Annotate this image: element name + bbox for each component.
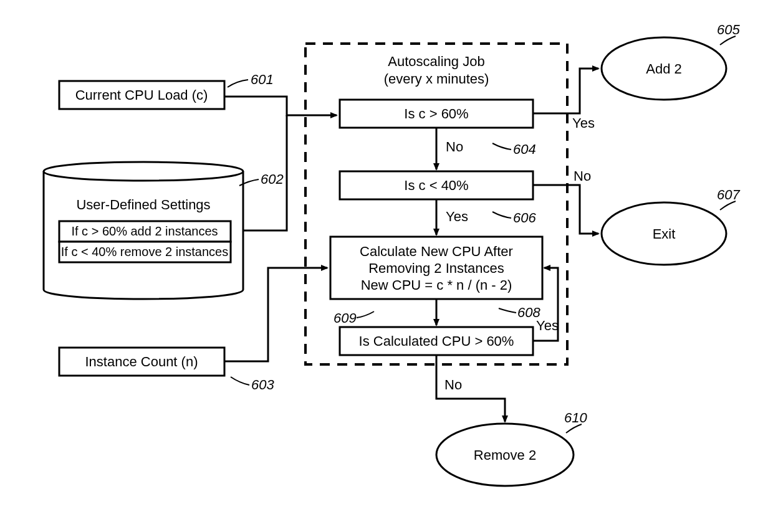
input-instance-count: Instance Count (n) bbox=[59, 348, 224, 376]
ref-601: 601 bbox=[251, 72, 274, 87]
cpu-load-label: Current CPU Load (c) bbox=[75, 87, 208, 103]
decision-c-gt-60: Is c > 60% bbox=[340, 100, 533, 128]
d3-no-label: No bbox=[444, 377, 462, 392]
calc-line1: Calculate New CPU After bbox=[360, 244, 513, 259]
calc-line3: New CPU = c * n / (n - 2) bbox=[361, 277, 512, 293]
outcome-add: Add 2 bbox=[602, 37, 726, 100]
d2-yes-label: Yes bbox=[446, 209, 468, 224]
input-user-settings: User-Defined Settings If c > 60% add 2 i… bbox=[44, 162, 243, 299]
ref-602: 602 bbox=[261, 171, 284, 187]
settings-title: User-Defined Settings bbox=[76, 197, 210, 212]
settings-rule1: If c > 60% add 2 instances bbox=[71, 224, 218, 238]
d2-no-label: No bbox=[574, 168, 591, 184]
job-title-2: (every x minutes) bbox=[384, 71, 489, 87]
ref-603: 603 bbox=[251, 377, 274, 392]
ref-607: 607 bbox=[717, 187, 740, 202]
input-cpu-load: Current CPU Load (c) bbox=[59, 81, 224, 109]
decision-c-lt-40: Is c < 40% bbox=[340, 171, 533, 199]
calc-new-cpu: Calculate New CPU After Removing 2 Insta… bbox=[330, 237, 542, 299]
ref-606: 606 bbox=[513, 210, 536, 226]
job-title-1: Autoscaling Job bbox=[388, 54, 484, 69]
d1-no-label: No bbox=[446, 139, 463, 154]
arrow-d2-no bbox=[533, 185, 598, 234]
outcome-remove: Remove 2 bbox=[436, 424, 574, 486]
arrow-cpu-to-d1 bbox=[224, 97, 337, 115]
decision3-label: Is Calculated CPU > 60% bbox=[359, 333, 514, 349]
settings-rule2: If c < 40% remove 2 instances bbox=[61, 245, 228, 259]
decision1-label: Is c > 60% bbox=[404, 106, 468, 121]
exit-label: Exit bbox=[653, 226, 676, 242]
ref-604: 604 bbox=[513, 141, 536, 157]
ref-610: 610 bbox=[564, 410, 587, 425]
add-label: Add 2 bbox=[646, 61, 682, 77]
arrow-d1-yes bbox=[533, 69, 598, 113]
decision2-label: Is c < 40% bbox=[404, 178, 468, 193]
ref-609: 609 bbox=[334, 310, 357, 326]
d1-yes-label: Yes bbox=[572, 115, 595, 131]
remove-label: Remove 2 bbox=[474, 447, 536, 463]
ref-605: 605 bbox=[717, 22, 740, 37]
d3-yes-label: Yes bbox=[536, 318, 559, 333]
calc-line2: Removing 2 Instances bbox=[368, 260, 504, 276]
decision-calc-gt-60: Is Calculated CPU > 60% bbox=[340, 327, 533, 355]
instance-count-label: Instance Count (n) bbox=[85, 354, 198, 369]
outcome-exit: Exit bbox=[602, 202, 726, 265]
